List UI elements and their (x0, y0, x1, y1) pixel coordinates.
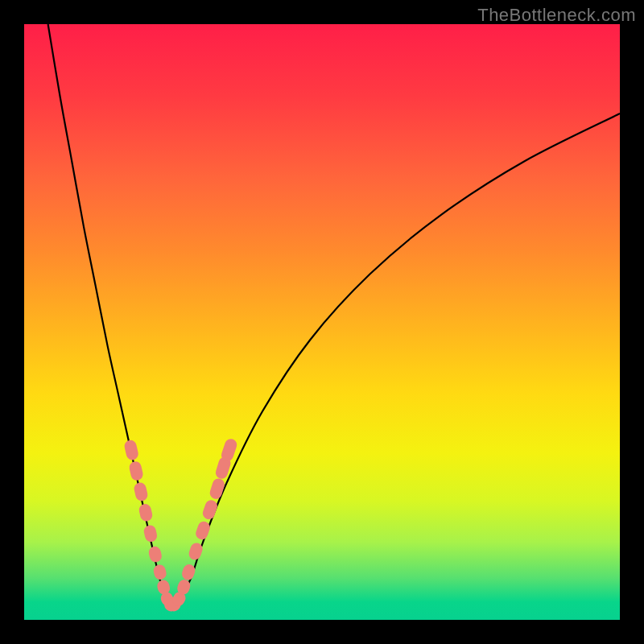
outer-frame: TheBottleneck.com (0, 0, 644, 644)
highlight-marker (128, 460, 144, 482)
highlight-marker (138, 503, 153, 523)
bottleneck-curve (48, 24, 620, 608)
highlight-marker (142, 524, 158, 543)
watermark-text: TheBottleneck.com (477, 5, 636, 26)
highlight-marker (123, 439, 139, 461)
highlight-marker (201, 498, 219, 521)
plot-area (24, 24, 620, 620)
highlight-marker (152, 564, 167, 581)
highlight-marker (208, 477, 226, 501)
highlight-marker (133, 481, 149, 502)
highlight-marker (194, 520, 212, 541)
highlighted-points-group (123, 437, 238, 613)
curve-svg (24, 24, 620, 620)
highlight-marker (147, 545, 163, 564)
